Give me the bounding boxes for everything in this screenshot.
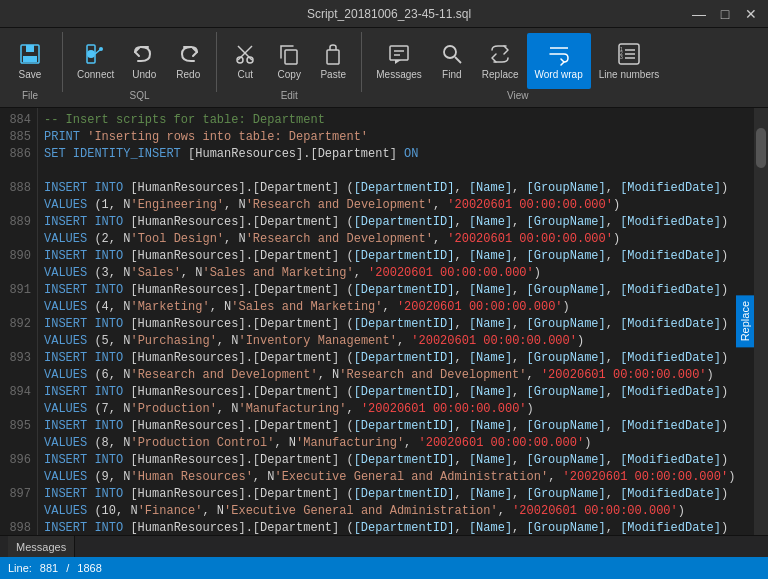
- cut-label: Cut: [237, 69, 253, 80]
- messages-label: Messages: [376, 69, 422, 80]
- code-line: INSERT INTO [HumanResources].[Department…: [44, 452, 748, 469]
- line-num: [8, 435, 31, 452]
- code-line: INSERT INTO [HumanResources].[Department…: [44, 180, 748, 197]
- svg-point-16: [444, 46, 456, 58]
- view-group-label: View: [364, 90, 671, 103]
- title-bar: Script_20181006_23-45-11.sql — □ ✕: [0, 0, 768, 28]
- code-line: INSERT INTO [HumanResources].[Department…: [44, 248, 748, 265]
- connect-button[interactable]: Connect: [69, 33, 122, 89]
- code-line: INSERT INTO [HumanResources].[Department…: [44, 520, 748, 535]
- messages-panel: Messages: [0, 535, 768, 557]
- copy-button[interactable]: Copy: [267, 33, 311, 89]
- code-line: VALUES (3, N'Sales', N'Sales and Marketi…: [44, 265, 748, 282]
- svg-rect-12: [327, 50, 339, 64]
- replace-side-label[interactable]: Replace: [736, 295, 754, 347]
- code-line: VALUES (7, N'Production', N'Manufacturin…: [44, 401, 748, 418]
- line-num: [8, 299, 31, 316]
- word-wrap-label: Word wrap: [535, 69, 583, 80]
- close-button[interactable]: ✕: [742, 6, 760, 22]
- minimize-button[interactable]: —: [690, 6, 708, 22]
- line-num: 889: [8, 214, 31, 231]
- toolbar-edit-items: Cut Copy Paste: [219, 32, 359, 90]
- find-label: Find: [442, 69, 461, 80]
- undo-button[interactable]: Undo: [122, 33, 166, 89]
- svg-rect-2: [23, 56, 37, 62]
- line-num: [8, 231, 31, 248]
- svg-point-3: [87, 50, 95, 58]
- messages-tab[interactable]: Messages: [8, 536, 75, 557]
- status-line-label: Line:: [8, 562, 32, 574]
- code-line: VALUES (9, N'Human Resources', N'Executi…: [44, 469, 748, 486]
- main-content-area: 884 885 886 888 889 890 891 892 893 894 …: [0, 108, 768, 535]
- line-num: [8, 265, 31, 282]
- paste-button[interactable]: Paste: [311, 33, 355, 89]
- code-line: SET IDENTITY_INSERT [HumanResources].[De…: [44, 146, 748, 163]
- code-line: VALUES (10, N'Finance', N'Executive Gene…: [44, 503, 748, 520]
- replace-label-btn: Replace: [482, 69, 519, 80]
- vertical-scrollbar[interactable]: [754, 108, 768, 535]
- sql-group-label: SQL: [65, 90, 214, 103]
- line-num: [8, 367, 31, 384]
- code-line: VALUES (6, N'Research and Development', …: [44, 367, 748, 384]
- toolbar-group-file: Save File: [0, 32, 60, 103]
- toolbar-group-view: Messages Find Replace: [364, 32, 671, 103]
- scrollbar-thumb[interactable]: [756, 128, 766, 168]
- find-button[interactable]: Find: [430, 33, 474, 89]
- line-numbers-button[interactable]: 1 2 3 Line numbers: [591, 33, 668, 89]
- toolbar-file-items: Save: [4, 32, 56, 90]
- code-line: INSERT INTO [HumanResources].[Department…: [44, 350, 748, 367]
- code-line: INSERT INTO [HumanResources].[Department…: [44, 418, 748, 435]
- code-line: INSERT INTO [HumanResources].[Department…: [44, 486, 748, 503]
- word-wrap-button[interactable]: Word wrap: [527, 33, 591, 89]
- save-button[interactable]: Save: [8, 33, 52, 89]
- copy-label: Copy: [278, 69, 301, 80]
- line-numbers-label: Line numbers: [599, 69, 660, 80]
- svg-text:3: 3: [620, 54, 623, 60]
- code-line: -- Insert scripts for table: Department: [44, 112, 748, 129]
- redo-label: Redo: [176, 69, 200, 80]
- line-num: 884: [8, 112, 31, 129]
- code-line: VALUES (8, N'Production Control', N'Manu…: [44, 435, 748, 452]
- line-num: 885: [8, 129, 31, 146]
- line-num: 892: [8, 316, 31, 333]
- undo-label: Undo: [132, 69, 156, 80]
- paste-label: Paste: [320, 69, 346, 80]
- svg-line-5: [95, 49, 101, 54]
- toolbar-view-items: Messages Find Replace: [364, 32, 671, 90]
- line-num: [8, 333, 31, 350]
- line-num: 891: [8, 282, 31, 299]
- code-line: INSERT INTO [HumanResources].[Department…: [44, 282, 748, 299]
- code-line: VALUES (2, N'Tool Design', N'Research an…: [44, 231, 748, 248]
- redo-button[interactable]: Redo: [166, 33, 210, 89]
- svg-line-17: [455, 57, 461, 63]
- file-group-label: File: [0, 90, 60, 103]
- line-num: [8, 197, 31, 214]
- line-numbers-column: 884 885 886 888 889 890 891 892 893 894 …: [0, 108, 38, 535]
- status-bar: Line: 881 / 1868: [0, 557, 768, 579]
- line-num: 890: [8, 248, 31, 265]
- status-line-number: 881: [40, 562, 58, 574]
- maximize-button[interactable]: □: [716, 6, 734, 22]
- toolbar-group-sql: Connect Undo Redo SQL: [65, 32, 214, 103]
- svg-rect-13: [390, 46, 408, 60]
- code-editor[interactable]: -- Insert scripts for table: Department …: [38, 108, 754, 535]
- line-num: [8, 503, 31, 520]
- line-num: [8, 469, 31, 486]
- line-num: 893: [8, 350, 31, 367]
- status-separator: /: [66, 562, 69, 574]
- edit-group-label: Edit: [219, 90, 359, 103]
- replace-button[interactable]: Replace: [474, 33, 527, 89]
- window-title: Script_20181006_23-45-11.sql: [88, 7, 690, 21]
- code-line: INSERT INTO [HumanResources].[Department…: [44, 384, 748, 401]
- cut-button[interactable]: Cut: [223, 33, 267, 89]
- line-num: [8, 163, 31, 180]
- code-line: VALUES (5, N'Purchasing', N'Inventory Ma…: [44, 333, 748, 350]
- line-num: 896: [8, 452, 31, 469]
- line-num: 886: [8, 146, 31, 163]
- line-num: 894: [8, 384, 31, 401]
- messages-button[interactable]: Messages: [368, 33, 430, 89]
- code-line: VALUES (1, N'Engineering', N'Research an…: [44, 197, 748, 214]
- line-num: 898: [8, 520, 31, 535]
- code-line: INSERT INTO [HumanResources].[Department…: [44, 214, 748, 231]
- status-total-lines: 1868: [77, 562, 101, 574]
